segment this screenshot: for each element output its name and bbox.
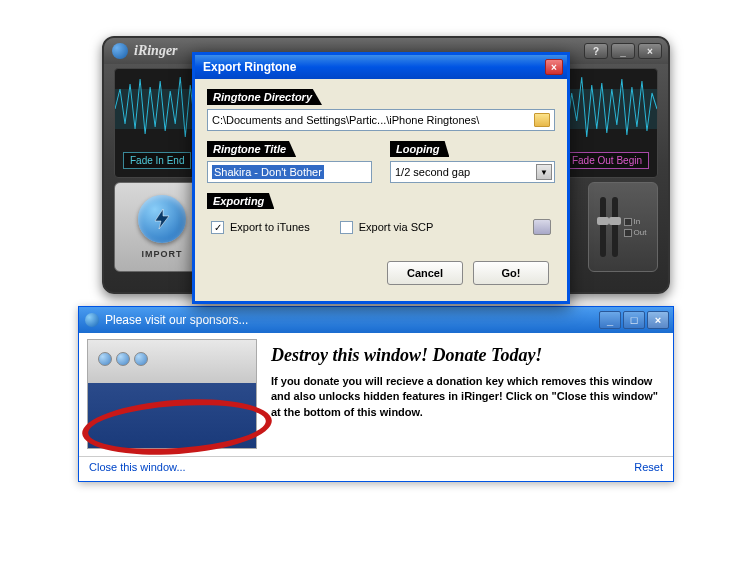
dialog-titlebar[interactable]: Export Ringtone × <box>195 55 567 79</box>
red-highlight-oval <box>80 393 273 460</box>
looping-value: 1/2 second gap <box>395 166 470 178</box>
sponsor-text-block: Destroy this window! Donate Today! If yo… <box>267 339 665 450</box>
lightning-icon <box>138 195 186 243</box>
sponsor-close-button[interactable]: × <box>647 311 669 329</box>
export-scp-checkbox[interactable] <box>340 221 353 234</box>
in-out-toggles: In Out <box>624 217 647 237</box>
sponsor-minimize-button[interactable]: _ <box>599 311 621 329</box>
in-checkbox[interactable] <box>624 218 632 226</box>
sponsor-description: If you donate you will recieve a donatio… <box>271 374 661 420</box>
directory-group: Ringtone Directory C:\Documents and Sett… <box>207 89 555 131</box>
folder-icon[interactable] <box>534 113 550 127</box>
app-logo-icon <box>112 43 128 59</box>
dialog-button-row: Cancel Go! <box>207 251 555 291</box>
sponsor-maximize-button[interactable]: □ <box>623 311 645 329</box>
dialog-title: Export Ringtone <box>203 60 296 74</box>
slider-1[interactable] <box>600 197 606 257</box>
slider-2[interactable] <box>612 197 618 257</box>
out-label: Out <box>634 228 647 237</box>
minimize-button[interactable]: _ <box>611 43 635 59</box>
close-window-link[interactable]: Close this window... <box>89 461 186 473</box>
fade-out-marker[interactable]: Fade Out Begin <box>565 152 649 169</box>
export-itunes-row: ✓ Export to iTunes <box>211 221 310 234</box>
title-label: Ringtone Title <box>207 141 296 157</box>
scp-settings-icon[interactable] <box>533 219 551 235</box>
dialog-body: Ringtone Directory C:\Documents and Sett… <box>195 79 567 301</box>
export-ringtone-dialog: Export Ringtone × Ringtone Directory C:\… <box>192 52 570 304</box>
help-button[interactable]: ? <box>584 43 608 59</box>
sponsor-footer: Close this window... Reset <box>79 457 673 477</box>
title-input[interactable]: Shakira - Don't Bother <box>207 161 372 183</box>
export-itunes-checkbox[interactable]: ✓ <box>211 221 224 234</box>
sponsor-body: Destroy this window! Donate Today! If yo… <box>79 333 673 457</box>
chevron-down-icon[interactable]: ▼ <box>536 164 552 180</box>
sponsor-title: Please visit our sponsors... <box>105 313 248 327</box>
looping-group: Looping 1/2 second gap ▼ <box>390 141 555 183</box>
close-button[interactable]: × <box>638 43 662 59</box>
looping-label: Looping <box>390 141 449 157</box>
export-scp-row: Export via SCP <box>340 221 434 234</box>
exporting-label: Exporting <box>207 193 274 209</box>
reset-link[interactable]: Reset <box>634 461 663 473</box>
control-icon-1 <box>98 352 112 366</box>
title-value: Shakira - Don't Bother <box>212 165 324 179</box>
in-label: In <box>634 217 641 226</box>
export-scp-label: Export via SCP <box>359 221 434 233</box>
sponsor-headline: Destroy this window! Donate Today! <box>271 345 661 366</box>
dialog-close-button[interactable]: × <box>545 59 563 75</box>
out-checkbox[interactable] <box>624 229 632 237</box>
export-itunes-label: Export to iTunes <box>230 221 310 233</box>
sponsor-window: Please visit our sponsors... _ □ × Destr… <box>78 306 674 482</box>
directory-label: Ringtone Directory <box>207 89 322 105</box>
directory-input[interactable]: C:\Documents and Settings\Partic...\iPho… <box>207 109 555 131</box>
go-button[interactable]: Go! <box>473 261 549 285</box>
control-icon-3 <box>134 352 148 366</box>
app-title: iRinger <box>134 43 178 59</box>
sponsor-control-icons <box>98 352 148 366</box>
looping-select[interactable]: 1/2 second gap ▼ <box>390 161 555 183</box>
fade-in-marker[interactable]: Fade In End <box>123 152 191 169</box>
sponsor-titlebar[interactable]: Please visit our sponsors... _ □ × <box>79 307 673 333</box>
cancel-button[interactable]: Cancel <box>387 261 463 285</box>
directory-value: C:\Documents and Settings\Partic...\iPho… <box>212 114 530 126</box>
slider-panel: In Out <box>588 182 658 272</box>
control-icon-2 <box>116 352 130 366</box>
sponsor-graphic <box>87 339 257 449</box>
sponsor-logo-icon <box>85 313 99 327</box>
title-group: Ringtone Title Shakira - Don't Bother <box>207 141 372 183</box>
main-window-buttons: ? _ × <box>584 43 662 59</box>
import-label: IMPORT <box>142 249 183 259</box>
sponsor-window-buttons: _ □ × <box>599 311 669 329</box>
exporting-group: Exporting ✓ Export to iTunes Export via … <box>207 193 555 241</box>
export-options: ✓ Export to iTunes Export via SCP <box>207 213 555 241</box>
